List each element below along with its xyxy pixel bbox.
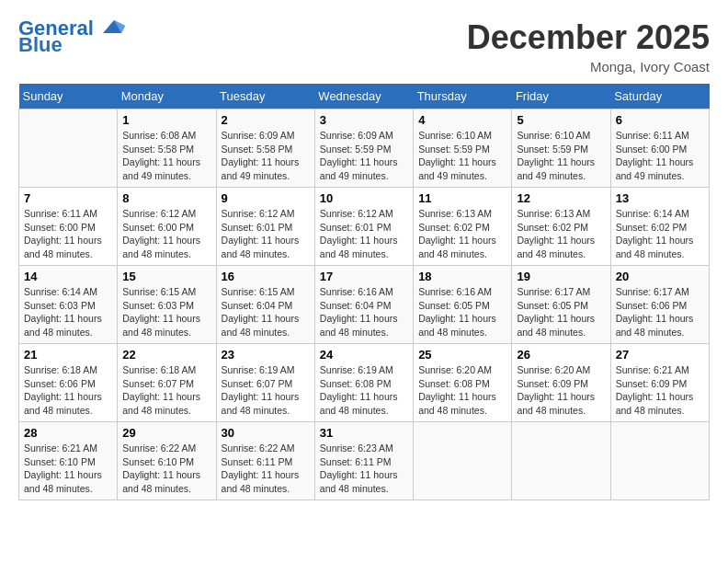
calendar-week-2: 7Sunrise: 6:11 AMSunset: 6:00 PMDaylight…	[19, 188, 710, 266]
day-number: 31	[320, 426, 408, 440]
calendar-cell: 3Sunrise: 6:09 AMSunset: 5:59 PMDaylight…	[314, 109, 413, 188]
calendar-cell: 21Sunrise: 6:18 AMSunset: 6:06 PMDayligh…	[19, 344, 118, 422]
calendar-cell: 16Sunrise: 6:15 AMSunset: 6:04 PMDayligh…	[216, 266, 314, 344]
day-info: Sunrise: 6:14 AMSunset: 6:03 PMDaylight:…	[24, 285, 112, 339]
calendar-week-5: 28Sunrise: 6:21 AMSunset: 6:10 PMDayligh…	[19, 422, 710, 500]
calendar-cell: 1Sunrise: 6:08 AMSunset: 5:58 PMDaylight…	[118, 109, 216, 188]
day-info: Sunrise: 6:22 AMSunset: 6:11 PMDaylight:…	[222, 442, 310, 496]
day-number: 28	[24, 426, 112, 440]
day-info: Sunrise: 6:13 AMSunset: 6:02 PMDaylight:…	[418, 207, 506, 261]
calendar-cell	[19, 109, 118, 188]
month-title: December 2025	[467, 18, 710, 57]
calendar-cell: 27Sunrise: 6:21 AMSunset: 6:09 PMDayligh…	[610, 344, 709, 422]
day-number: 3	[320, 113, 408, 127]
day-info: Sunrise: 6:22 AMSunset: 6:10 PMDaylight:…	[122, 442, 210, 496]
day-number: 9	[222, 191, 310, 205]
day-info: Sunrise: 6:19 AMSunset: 6:08 PMDaylight:…	[320, 363, 408, 418]
calendar-cell: 9Sunrise: 6:12 AMSunset: 6:01 PMDaylight…	[216, 188, 314, 266]
day-number: 26	[517, 348, 605, 362]
day-number: 23	[222, 348, 310, 362]
day-number: 30	[222, 426, 310, 440]
day-number: 16	[222, 270, 310, 283]
calendar-cell: 19Sunrise: 6:17 AMSunset: 6:05 PMDayligh…	[512, 266, 610, 344]
day-info: Sunrise: 6:15 AMSunset: 6:04 PMDaylight:…	[222, 285, 310, 339]
day-info: Sunrise: 6:10 AMSunset: 5:59 PMDaylight:…	[418, 129, 506, 183]
calendar-cell: 17Sunrise: 6:16 AMSunset: 6:04 PMDayligh…	[314, 266, 413, 344]
location: Monga, Ivory Coast	[467, 59, 710, 75]
calendar-cell: 24Sunrise: 6:19 AMSunset: 6:08 PMDayligh…	[314, 344, 413, 422]
day-info: Sunrise: 6:11 AMSunset: 6:00 PMDaylight:…	[616, 129, 704, 183]
day-info: Sunrise: 6:09 AMSunset: 5:59 PMDaylight:…	[320, 129, 408, 183]
calendar-cell	[512, 422, 610, 500]
calendar-week-4: 21Sunrise: 6:18 AMSunset: 6:06 PMDayligh…	[19, 344, 710, 422]
calendar-week-3: 14Sunrise: 6:14 AMSunset: 6:03 PMDayligh…	[19, 266, 710, 344]
calendar-cell: 10Sunrise: 6:12 AMSunset: 6:01 PMDayligh…	[314, 188, 413, 266]
day-number: 22	[122, 348, 210, 362]
calendar-cell: 15Sunrise: 6:15 AMSunset: 6:03 PMDayligh…	[118, 266, 216, 344]
day-number: 12	[517, 191, 605, 205]
day-info: Sunrise: 6:17 AMSunset: 6:06 PMDaylight:…	[616, 285, 704, 339]
header-day-saturday: Saturday	[610, 84, 709, 109]
day-number: 4	[418, 113, 506, 127]
header-day-monday: Monday	[118, 84, 216, 109]
calendar-cell: 13Sunrise: 6:14 AMSunset: 6:02 PMDayligh…	[610, 188, 709, 266]
day-number: 27	[616, 348, 704, 362]
day-info: Sunrise: 6:18 AMSunset: 6:06 PMDaylight:…	[24, 363, 112, 418]
day-number: 13	[616, 191, 704, 205]
day-number: 19	[517, 270, 605, 283]
day-info: Sunrise: 6:08 AMSunset: 5:58 PMDaylight:…	[122, 129, 210, 183]
day-number: 11	[418, 191, 506, 205]
day-number: 25	[418, 348, 506, 362]
day-number: 18	[418, 270, 506, 283]
day-info: Sunrise: 6:16 AMSunset: 6:04 PMDaylight:…	[320, 285, 408, 339]
calendar-cell: 7Sunrise: 6:11 AMSunset: 6:00 PMDaylight…	[19, 188, 118, 266]
day-number: 10	[320, 191, 408, 205]
day-info: Sunrise: 6:17 AMSunset: 6:05 PMDaylight:…	[517, 285, 605, 339]
day-info: Sunrise: 6:13 AMSunset: 6:02 PMDaylight:…	[517, 207, 605, 261]
day-info: Sunrise: 6:16 AMSunset: 6:05 PMDaylight:…	[418, 285, 506, 339]
day-number: 20	[616, 270, 704, 283]
calendar-cell: 23Sunrise: 6:19 AMSunset: 6:07 PMDayligh…	[216, 344, 314, 422]
day-info: Sunrise: 6:21 AMSunset: 6:10 PMDaylight:…	[24, 442, 112, 496]
day-info: Sunrise: 6:23 AMSunset: 6:11 PMDaylight:…	[320, 442, 408, 496]
day-info: Sunrise: 6:14 AMSunset: 6:02 PMDaylight:…	[616, 207, 704, 261]
calendar-week-1: 1Sunrise: 6:08 AMSunset: 5:58 PMDaylight…	[19, 109, 710, 188]
calendar-cell: 2Sunrise: 6:09 AMSunset: 5:58 PMDaylight…	[216, 109, 314, 188]
day-info: Sunrise: 6:15 AMSunset: 6:03 PMDaylight:…	[122, 285, 210, 339]
logo-blue-text: Blue	[18, 35, 63, 55]
calendar-cell: 4Sunrise: 6:10 AMSunset: 5:59 PMDaylight…	[414, 109, 512, 188]
calendar-cell: 26Sunrise: 6:20 AMSunset: 6:09 PMDayligh…	[512, 344, 610, 422]
calendar-cell	[610, 422, 709, 500]
day-info: Sunrise: 6:19 AMSunset: 6:07 PMDaylight:…	[222, 363, 310, 418]
calendar-cell: 14Sunrise: 6:14 AMSunset: 6:03 PMDayligh…	[19, 266, 118, 344]
calendar-cell: 22Sunrise: 6:18 AMSunset: 6:07 PMDayligh…	[118, 344, 216, 422]
day-number: 6	[616, 113, 704, 127]
day-info: Sunrise: 6:09 AMSunset: 5:58 PMDaylight:…	[222, 129, 310, 183]
page-header: General Blue December 2025 Monga, Ivory …	[18, 18, 710, 75]
day-info: Sunrise: 6:18 AMSunset: 6:07 PMDaylight:…	[122, 363, 210, 418]
day-info: Sunrise: 6:12 AMSunset: 6:01 PMDaylight:…	[320, 207, 408, 261]
calendar-cell: 12Sunrise: 6:13 AMSunset: 6:02 PMDayligh…	[512, 188, 610, 266]
calendar-cell	[414, 422, 512, 500]
calendar-cell: 29Sunrise: 6:22 AMSunset: 6:10 PMDayligh…	[118, 422, 216, 500]
calendar-cell: 5Sunrise: 6:10 AMSunset: 5:59 PMDaylight…	[512, 109, 610, 188]
day-number: 24	[320, 348, 408, 362]
day-info: Sunrise: 6:10 AMSunset: 5:59 PMDaylight:…	[517, 129, 605, 183]
header-day-sunday: Sunday	[19, 84, 118, 109]
calendar-cell: 31Sunrise: 6:23 AMSunset: 6:11 PMDayligh…	[314, 422, 413, 500]
day-number: 2	[222, 113, 310, 127]
day-number: 21	[24, 348, 112, 362]
header-day-tuesday: Tuesday	[216, 84, 314, 109]
calendar-header-row: SundayMondayTuesdayWednesdayThursdayFrid…	[19, 84, 710, 109]
calendar-table: SundayMondayTuesdayWednesdayThursdayFrid…	[18, 84, 710, 500]
header-day-friday: Friday	[512, 84, 610, 109]
day-number: 7	[24, 191, 112, 205]
logo-icon	[96, 17, 125, 37]
day-number: 29	[122, 426, 210, 440]
calendar-cell: 8Sunrise: 6:12 AMSunset: 6:00 PMDaylight…	[118, 188, 216, 266]
day-info: Sunrise: 6:12 AMSunset: 6:01 PMDaylight:…	[222, 207, 310, 261]
title-block: December 2025 Monga, Ivory Coast	[467, 18, 710, 75]
logo: General Blue	[18, 18, 125, 55]
day-number: 15	[122, 270, 210, 283]
day-info: Sunrise: 6:11 AMSunset: 6:00 PMDaylight:…	[24, 207, 112, 261]
